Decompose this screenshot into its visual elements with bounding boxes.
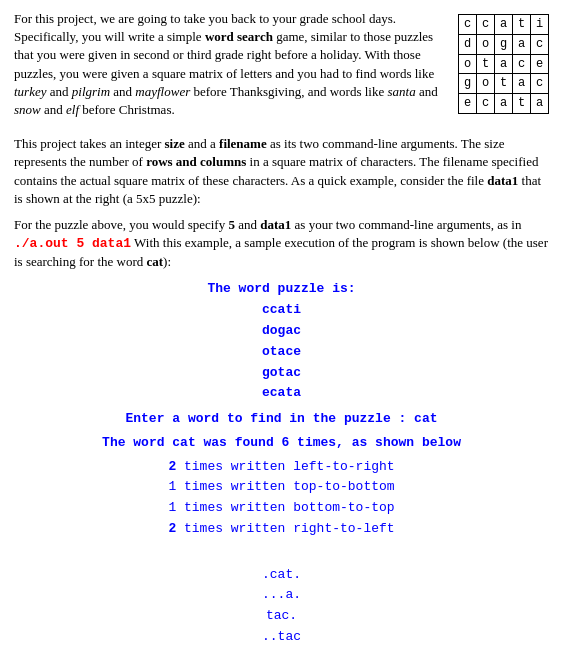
para3: For the puzzle above, you would specify … (14, 216, 549, 272)
puzzle-cell: a (495, 94, 513, 114)
found-detail-item: 2 times written left-to-right (14, 457, 549, 478)
puzzle-cell: c (531, 74, 549, 94)
puzzle-word: otace (14, 342, 549, 363)
puzzle-cell: o (477, 34, 495, 54)
puzzle-cell: t (513, 15, 531, 35)
puzzle-cell: g (459, 74, 477, 94)
puzzle-cell: a (513, 34, 531, 54)
italic-turkey: turkey (14, 84, 46, 99)
pattern-block: .cat....a.tac...tac.cat. (14, 544, 549, 649)
puzzle-cell: a (495, 15, 513, 35)
puzzle-word: gotac (14, 363, 549, 384)
puzzle-cell: t (477, 54, 495, 74)
pattern-line: .cat. (14, 565, 549, 586)
puzzle-cell: c (531, 34, 549, 54)
puzzle-cell: c (513, 54, 531, 74)
italic-elf: elf (66, 102, 79, 117)
found-detail-item: 1 times written top-to-bottom (14, 477, 549, 498)
bold-cat: cat (147, 254, 164, 269)
puzzle-cell: e (531, 54, 549, 74)
puzzle-cell: e (459, 94, 477, 114)
puzzle-cell: o (477, 74, 495, 94)
page-content: For this project, we are going to take y… (14, 10, 549, 649)
italic-santa: santa (387, 84, 415, 99)
found-detail-item: 2 times written right-to-left (14, 519, 549, 540)
puzzle-cell: t (495, 74, 513, 94)
puzzle-cell: i (531, 15, 549, 35)
puzzle-cell: c (459, 15, 477, 35)
found-detail-item: 1 times written bottom-to-top (14, 498, 549, 519)
para2: This project takes an integer size and a… (14, 135, 549, 208)
bold-size: size (165, 136, 185, 151)
found-section: The word cat was found 6 times, as shown… (14, 434, 549, 452)
found-details: 2 times written left-to-right1 times wri… (14, 457, 549, 540)
puzzle-word: ecata (14, 383, 549, 404)
puzzle-cell: c (477, 94, 495, 114)
bold-data1: data1 (487, 173, 518, 188)
puzzle-display-title: The word puzzle is: (14, 279, 549, 300)
puzzle-cell: a (531, 94, 549, 114)
pattern-line: ...a. (14, 585, 549, 606)
puzzle-words-display: ccatidogacotacegotacecata (14, 300, 549, 404)
pattern-line: ..tac (14, 627, 549, 648)
prompt1-line: Enter a word to find in the puzzle : cat (14, 410, 549, 428)
italic-mayflower: mayflower (135, 84, 190, 99)
puzzle-cell: c (477, 15, 495, 35)
italic-snow: snow (14, 102, 41, 117)
puzzle-cell: d (459, 34, 477, 54)
italic-pilgrim: pilgrim (72, 84, 110, 99)
puzzle-cell: a (495, 54, 513, 74)
found-line: The word cat was found 6 times, as shown… (14, 434, 549, 452)
puzzle-cell: a (513, 74, 531, 94)
puzzle-cell: t (513, 94, 531, 114)
bold-5: 5 (228, 217, 235, 232)
command-line: ./a.out 5 data1 (14, 236, 131, 251)
puzzle-table: ccatidogacotacegotacecata (458, 14, 549, 114)
intro-paragraph: For this project, we are going to take y… (14, 10, 448, 119)
bold-word-search: word search (205, 29, 273, 44)
puzzle-word: dogac (14, 321, 549, 342)
puzzle-cell: o (459, 54, 477, 74)
puzzle-cell: g (495, 34, 513, 54)
bold-filename: filename (219, 136, 267, 151)
puzzle-word: ccati (14, 300, 549, 321)
bold-data1-2: data1 (260, 217, 291, 232)
intro-text: For this project, we are going to take y… (14, 10, 448, 127)
bold-rows-cols: rows and columns (146, 154, 246, 169)
intro-section: For this project, we are going to take y… (14, 10, 549, 127)
puzzle-grid-container: ccatidogacotacegotacecata (458, 10, 549, 127)
pattern-line: tac. (14, 606, 549, 627)
